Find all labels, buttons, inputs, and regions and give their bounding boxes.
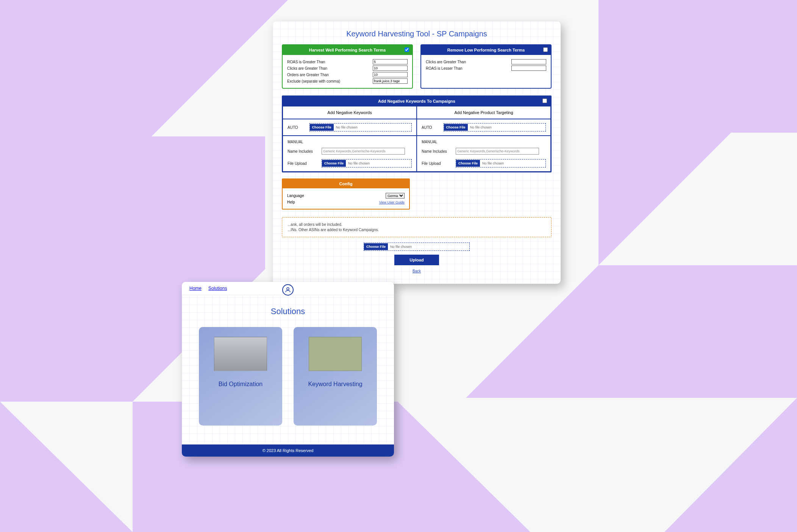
page-title: Keyword Harvesting Tool - SP Campaigns	[282, 28, 552, 44]
upload-area: Choose File No file chosen Upload Back	[282, 243, 552, 273]
neg-pt-manual-cell: MANUAL Name Includes File Upload Choose …	[417, 136, 551, 172]
neg-pt-auto-label: AUTO	[422, 125, 432, 130]
choose-file-button[interactable]: Choose File	[310, 124, 334, 131]
bid-optimization-caption: Bid Optimization	[219, 381, 263, 388]
choose-file-button[interactable]: Choose File	[364, 243, 388, 250]
bid-optimization-image	[214, 337, 267, 371]
bid-optimization-card[interactable]: Bid Optimization	[199, 327, 282, 426]
negative-panel-title: Add Negative Keywords To Campaigns	[378, 99, 455, 103]
no-file-label: No file chosen	[468, 125, 492, 129]
negative-enable-checkbox[interactable]	[542, 99, 547, 103]
neg-kw-manual-label: MANUAL	[288, 140, 412, 144]
neg-kw-auto-label: AUTO	[288, 125, 298, 130]
config-language-select[interactable]: Germa	[386, 193, 405, 199]
file-upload-label: File Upload	[288, 161, 318, 166]
remove-clicks-input[interactable]	[511, 59, 546, 64]
harvest-roas-label: ROAS is Greater Than	[287, 60, 373, 64]
neg-pt-manual-file[interactable]: Choose File No file chosen	[456, 159, 546, 167]
choose-file-button[interactable]: Choose File	[456, 160, 480, 167]
remove-roas-label: ROAS is Lesser Than	[426, 66, 511, 70]
harvest-panel-title: Harvest Well Performing Search Terms	[309, 48, 386, 52]
solutions-nav: Home Solutions	[182, 282, 394, 295]
harvest-exclude-input[interactable]	[373, 78, 408, 84]
remove-panel: Remove Low Performing Search Terms Click…	[420, 44, 552, 89]
view-user-guide-link[interactable]: View User Guide	[379, 200, 405, 204]
no-file-label: No file chosen	[388, 245, 412, 249]
harvest-enable-checkbox[interactable]	[405, 47, 409, 52]
negative-keywords-panel: Add Negative Keywords To Campaigns Add N…	[282, 95, 552, 172]
hint-line-1: ...ank, all orders will be included.	[288, 222, 546, 227]
remove-panel-title: Remove Low Performing Search Terms	[447, 48, 525, 52]
svg-point-0	[287, 288, 289, 290]
keyword-harvesting-caption: Keyword Harvesting	[308, 381, 362, 388]
choose-file-button[interactable]: Choose File	[444, 124, 468, 131]
harvest-orders-input[interactable]	[373, 72, 408, 77]
keyword-harvesting-tool-window: Keyword Harvesting Tool - SP Campaigns H…	[273, 21, 561, 284]
neg-pt-manual-label: MANUAL	[422, 140, 546, 144]
choose-file-button[interactable]: Choose File	[322, 160, 346, 167]
no-file-label: No file chosen	[346, 161, 370, 165]
no-file-label: No file chosen	[480, 161, 504, 165]
remove-enable-checkbox[interactable]	[543, 47, 548, 52]
config-help-label: Help	[287, 200, 379, 204]
neg-kw-auto-cell: AUTO Choose File No file chosen	[283, 119, 417, 136]
neg-kw-manual-cell: MANUAL Name Includes File Upload Choose …	[283, 136, 417, 172]
neg-pt-auto-file[interactable]: Choose File No file chosen	[444, 123, 546, 131]
harvest-exclude-label: Exclude (separate with comma)	[287, 79, 373, 83]
harvest-clicks-input[interactable]	[373, 66, 408, 71]
main-upload-file[interactable]: Choose File No file chosen	[364, 243, 470, 251]
remove-roas-input[interactable]	[511, 66, 546, 71]
nav-home-link[interactable]: Home	[189, 286, 202, 291]
nav-solutions-link[interactable]: Solutions	[208, 286, 227, 291]
neg-keywords-subhead: Add Negative Keywords	[283, 106, 417, 119]
hints-box: ...ank, all orders will be included. ...…	[282, 217, 552, 237]
keyword-harvesting-card[interactable]: Keyword Harvesting	[294, 327, 377, 426]
back-link[interactable]: Back	[282, 269, 552, 273]
user-avatar-icon[interactable]	[282, 284, 294, 296]
harvest-roas-input[interactable]	[373, 59, 408, 64]
upload-button[interactable]: Upload	[394, 255, 439, 265]
hint-line-2: ...INs. Other ASINs are added to Keyword…	[288, 228, 546, 232]
neg-pt-name-input[interactable]	[456, 148, 539, 155]
config-panel-title: Config	[283, 179, 409, 188]
file-upload-label: File Upload	[422, 161, 452, 166]
harvest-panel: Harvest Well Performing Search Terms ROA…	[282, 44, 413, 89]
neg-kw-name-input[interactable]	[322, 148, 405, 155]
solutions-window: Home Solutions Solutions Bid Optimizatio…	[182, 282, 394, 457]
name-includes-label: Name Includes	[288, 149, 318, 153]
neg-kw-manual-file[interactable]: Choose File No file chosen	[322, 159, 412, 167]
neg-kw-auto-file[interactable]: Choose File No file chosen	[309, 123, 412, 131]
harvest-clicks-label: Clicks are Greater Than	[287, 66, 373, 70]
solutions-footer: © 2023 All Rights Reserved	[182, 444, 394, 457]
keyword-harvesting-image	[309, 337, 362, 371]
harvest-orders-label: Orders are Greater Than	[287, 73, 373, 77]
name-includes-label: Name Includes	[422, 149, 452, 153]
neg-pt-auto-cell: AUTO Choose File No file chosen	[417, 119, 551, 136]
config-language-label: Language	[287, 194, 386, 198]
neg-product-subhead: Add Negative Product Targeting	[417, 106, 551, 119]
remove-clicks-label: Clicks are Greater Than	[426, 60, 511, 64]
no-file-label: No file chosen	[334, 125, 358, 129]
solutions-title: Solutions	[193, 307, 383, 316]
config-panel: Config Language Germa Help View User Gui…	[282, 178, 410, 210]
